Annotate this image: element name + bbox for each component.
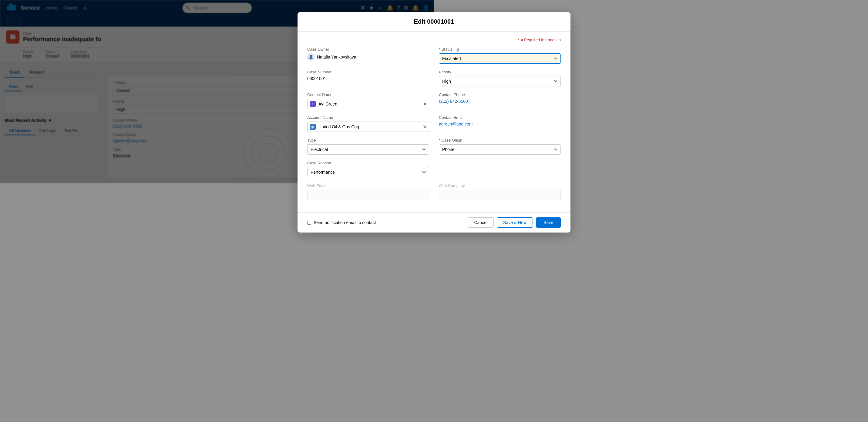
modal-type-label: Type — [307, 138, 429, 142]
modal-contact-name-field: ✦ ✕ — [307, 99, 429, 109]
contact-name-clear[interactable]: ✕ — [423, 101, 427, 107]
modal-web-email-label: Web Email — [307, 184, 429, 188]
modal-web-email-col: Web Email — [307, 184, 429, 200]
modal-web-email-input[interactable] — [307, 190, 429, 200]
modal-case-owner-label: Case Owner — [307, 47, 429, 52]
modal-account-name-label: Account Name — [307, 115, 429, 120]
modal-row-3: Contact Name ✦ ✕ Contact Phone (212) 842… — [307, 93, 434, 109]
modal-type-select[interactable]: Electrical Mechanical Other — [307, 144, 429, 155]
owner-icon: 👤 — [307, 53, 314, 61]
modal-case-reason-select[interactable]: Performance Other — [307, 167, 429, 177]
modal-case-number-value: 00001001 — [307, 76, 429, 81]
modal-case-owner-value: 👤 Natalia Yankovskaya — [307, 53, 429, 61]
modal-title: Edit 00001001 — [298, 12, 434, 32]
modal-account-name-input[interactable] — [307, 122, 429, 132]
modal-web-row: Web Email Web Company — [307, 184, 434, 200]
modal-body: * = Required Information Case Owner 👤 Na… — [298, 32, 434, 211]
modal-account-name-col: Account Name ▦ ✕ — [307, 115, 429, 132]
modal-row-1: Case Owner 👤 Natalia Yankovskaya * Statu… — [307, 47, 434, 64]
modal-case-reason-label: Case Reason — [307, 161, 429, 165]
modal-contact-name-col: Contact Name ✦ ✕ — [307, 93, 429, 109]
modal-case-number-col: Case Number 00001001 — [307, 70, 429, 87]
modal-row-4: Account Name ▦ ✕ Contact Email agreen@uo… — [307, 115, 434, 132]
modal-case-number-label: Case Number — [307, 70, 429, 74]
modal-type-col: Type Electrical Mechanical Other — [307, 138, 429, 155]
modal-row-5: Type Electrical Mechanical Other * Case … — [307, 138, 434, 155]
modal-case-reason-col: Case Reason Performance Other — [307, 161, 429, 177]
modal-contact-name-label: Contact Name — [307, 93, 429, 97]
modal-row-6: Case Reason Performance Other — [307, 161, 434, 177]
modal-contact-name-input[interactable] — [307, 99, 429, 109]
modal-required-info: * = Required Information — [307, 38, 434, 42]
account-name-clear[interactable]: ✕ — [423, 124, 427, 130]
account-icon: ▦ — [310, 124, 316, 130]
contact-icon: ✦ — [310, 101, 316, 107]
modal-account-name-field: ▦ ✕ — [307, 122, 429, 132]
modal-case-owner-col: Case Owner 👤 Natalia Yankovskaya — [307, 47, 429, 64]
edit-modal: Edit 00001001 * = Required Information C… — [298, 12, 434, 211]
modal-row-2: Case Number 00001001 Priority High Mediu… — [307, 70, 434, 87]
modal-overlay: Edit 00001001 * = Required Information C… — [0, 0, 434, 211]
